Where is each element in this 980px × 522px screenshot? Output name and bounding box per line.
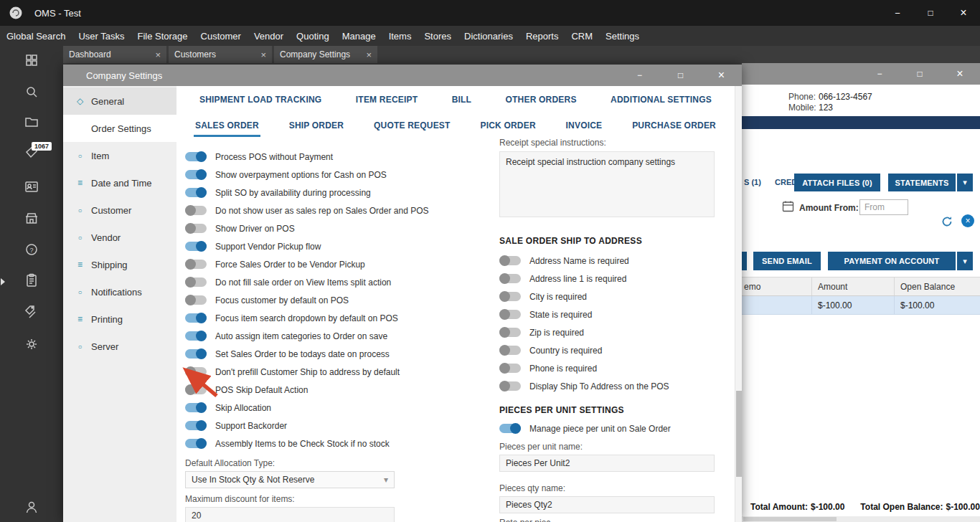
close-icon[interactable] (940, 63, 980, 85)
menu-item[interactable]: Customer (194, 26, 248, 46)
statements-button[interactable]: STATEMENTS (888, 174, 956, 191)
payment-dropdown-icon[interactable] (957, 252, 973, 270)
toggle-switch[interactable] (185, 439, 207, 448)
settings-tab[interactable]: PURCHASE ORDER (631, 118, 717, 137)
toggle-switch[interactable] (499, 256, 521, 265)
menu-item[interactable]: Quoting (290, 26, 336, 46)
search-icon[interactable] (0, 84, 63, 100)
menu-item[interactable]: Reports (519, 26, 565, 46)
dashboard-icon[interactable] (0, 52, 63, 68)
table-row[interactable]: $-100.00 $-100.00 (742, 296, 980, 315)
contacts-icon[interactable] (0, 179, 63, 194)
settings-tab[interactable]: PICK ORDER (479, 118, 537, 137)
settings-tab[interactable]: ADDITIONAL SETTINGS (609, 92, 713, 111)
toggle-switch[interactable] (499, 364, 521, 373)
scrollbar-thumb[interactable] (736, 391, 742, 477)
close-icon[interactable] (947, 0, 980, 26)
toggle-switch[interactable] (185, 349, 207, 359)
modal-title-bar[interactable]: Company Settings (63, 65, 742, 86)
toggle-switch[interactable] (499, 381, 521, 391)
minimize-icon[interactable] (619, 65, 660, 86)
amount-from-input[interactable] (859, 199, 908, 215)
close-tab-icon[interactable] (260, 49, 266, 60)
settings-nav-item[interactable]: Customer (63, 196, 176, 224)
settings-tab[interactable]: QUOTE REQUEST (372, 118, 452, 137)
settings-nav-item[interactable]: Item (63, 142, 176, 169)
scrollbar-thumb[interactable] (743, 517, 837, 521)
toggle-switch[interactable] (185, 224, 207, 233)
menu-item[interactable]: Manage (336, 26, 382, 46)
allocation-type-dropdown[interactable]: Use In Stock Qty & Not Reserve (185, 471, 395, 488)
settings-gear-icon[interactable] (0, 336, 63, 352)
toggle-switch[interactable] (185, 331, 207, 341)
toggle-switch[interactable] (185, 206, 207, 215)
close-icon[interactable] (701, 65, 742, 86)
settings-tab[interactable]: SHIP ORDER (288, 118, 345, 137)
tags-icon[interactable] (0, 304, 63, 320)
attach-files-button[interactable]: ATTACH FILES (0) (794, 174, 880, 191)
settings-tab[interactable]: INVOICE (565, 118, 604, 137)
payment-on-account-button[interactable]: PAYMENT ON ACCOUNT (828, 252, 956, 270)
workspace-tab[interactable]: Customers (169, 46, 272, 63)
horizontal-scrollbar[interactable] (742, 516, 980, 522)
tasks-clipboard-icon[interactable] (0, 272, 63, 288)
clear-filter-icon[interactable] (961, 214, 974, 227)
toggle-switch[interactable] (499, 292, 521, 301)
pieces-qty-name-input[interactable] (499, 496, 715, 513)
toggle-switch[interactable] (185, 313, 207, 323)
store-icon[interactable] (0, 210, 63, 226)
settings-nav-item[interactable]: Vendor (63, 224, 176, 251)
settings-nav-item[interactable]: Server (63, 333, 176, 360)
receipt-instructions-textarea[interactable]: Receipt special instruction company sett… (499, 151, 715, 217)
menu-item[interactable]: User Tasks (72, 26, 131, 46)
menu-item[interactable]: Settings (599, 26, 646, 46)
toggle-switch[interactable] (499, 274, 521, 283)
toggle-switch[interactable] (185, 170, 207, 179)
menu-item[interactable]: Dictionaries (458, 26, 519, 46)
toggle-switch[interactable] (185, 277, 207, 287)
menu-item[interactable]: CRM (565, 26, 599, 46)
pieces-unit-name-input[interactable] (499, 455, 715, 472)
maximize-icon[interactable] (660, 65, 701, 86)
max-discount-input[interactable] (185, 507, 395, 522)
menu-item[interactable]: Stores (418, 26, 458, 46)
settings-tab[interactable]: ITEM RECEIPT (354, 92, 419, 111)
toggle-switch[interactable] (499, 424, 521, 433)
workspace-tab[interactable]: Dashboard (63, 46, 166, 63)
refresh-icon[interactable] (941, 215, 953, 228)
settings-tab[interactable]: SALES ORDER (194, 118, 260, 137)
close-tab-icon[interactable] (155, 49, 161, 60)
settings-nav-item[interactable]: Order Settings (63, 115, 176, 142)
toggle-switch[interactable] (499, 310, 521, 319)
toggle-switch[interactable] (185, 421, 207, 430)
statements-dropdown-icon[interactable] (957, 174, 973, 191)
maximize-icon[interactable] (900, 63, 940, 85)
workspace-tab[interactable]: Company Settings (274, 46, 377, 63)
settings-tab[interactable]: OTHER ORDERS (504, 92, 578, 111)
close-tab-icon[interactable] (366, 49, 372, 60)
help-icon[interactable]: ? (0, 242, 63, 257)
maximize-icon[interactable] (914, 0, 947, 26)
settings-nav-item[interactable]: Shipping (63, 251, 176, 278)
menu-item[interactable]: Global Search (0, 26, 72, 46)
settings-nav-item[interactable]: Date and Time (63, 169, 176, 196)
minimize-icon[interactable] (859, 63, 900, 85)
toggle-switch[interactable] (185, 295, 207, 305)
toggle-switch[interactable] (185, 152, 207, 161)
settings-nav-item[interactable]: Notifications (63, 278, 176, 305)
calendar-icon[interactable] (782, 200, 794, 212)
sidebar-expand-icon[interactable] (1, 278, 5, 285)
settings-nav-item[interactable]: Printing (63, 305, 176, 333)
settings-tab[interactable]: SHIPMENT LOAD TRACKING (198, 92, 323, 111)
menu-item[interactable]: Vendor (248, 26, 290, 46)
menu-item[interactable]: Items (382, 26, 418, 46)
user-profile-icon[interactable] (0, 499, 63, 515)
folder-icon[interactable] (0, 114, 63, 130)
toggle-switch[interactable] (185, 242, 207, 251)
settings-nav-item[interactable]: General (63, 87, 176, 115)
minimize-icon[interactable] (881, 0, 914, 26)
clipped-tab-label[interactable]: S (1) (744, 178, 761, 186)
toggle-switch[interactable] (185, 260, 207, 269)
toggle-switch[interactable] (499, 328, 521, 337)
menu-item[interactable]: File Storage (131, 26, 194, 46)
